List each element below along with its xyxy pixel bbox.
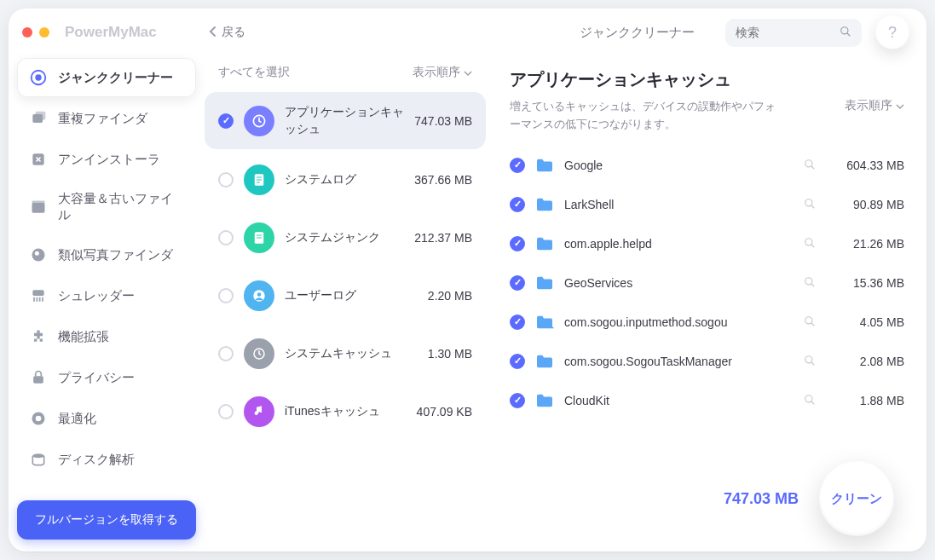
file-size: 2.08 MB xyxy=(828,355,904,368)
svg-point-26 xyxy=(805,355,812,362)
large-old-icon xyxy=(29,198,48,216)
list-item[interactable]: com.apple.helpd 21.26 MB xyxy=(503,224,911,263)
checkbox-icon[interactable] xyxy=(510,236,525,251)
category-label: システムジャンク xyxy=(285,229,404,246)
folder-icon xyxy=(535,158,554,173)
reveal-icon[interactable] xyxy=(804,315,817,329)
category-item[interactable]: ユーザーログ 2.20 MB xyxy=(205,268,486,323)
clean-button[interactable]: クリーン xyxy=(819,461,894,536)
back-label: 戻る xyxy=(222,25,245,40)
sidebar-item-extensions[interactable]: 機能拡張 xyxy=(17,317,196,356)
list-item[interactable]: Google 604.33 MB xyxy=(503,146,911,185)
main-area: 戻る ジャンククリーナー ? すべてを選択 表示順序 xyxy=(205,9,926,551)
reveal-icon[interactable] xyxy=(804,198,817,211)
list-item[interactable]: GeoServices 15.36 MB xyxy=(503,263,911,303)
sidebar: PowerMyMac ジャンククリーナー 重複ファインダ アンインストーラ xyxy=(9,9,205,551)
detail-sort-button[interactable]: 表示順序 xyxy=(845,98,904,113)
app-window: PowerMyMac ジャンククリーナー 重複ファインダ アンインストーラ xyxy=(9,9,926,551)
sidebar-item-shredder[interactable]: シュレッダー xyxy=(17,276,196,315)
reveal-icon[interactable] xyxy=(804,394,817,407)
sidebar-item-junk-cleaner[interactable]: ジャンククリーナー xyxy=(17,58,196,97)
search-input[interactable] xyxy=(736,26,833,39)
help-button[interactable]: ? xyxy=(875,15,909,49)
checkbox-icon[interactable] xyxy=(218,230,234,245)
sidebar-item-label: 類似写真ファインダ xyxy=(58,247,173,263)
reveal-icon[interactable] xyxy=(804,355,817,368)
svg-rect-5 xyxy=(32,203,44,213)
sidebar-item-label: アンインストーラ xyxy=(58,152,160,168)
list-item[interactable]: LarkShell 90.89 MB xyxy=(503,185,911,224)
reveal-icon[interactable] xyxy=(804,237,817,251)
topbar: 戻る ジャンククリーナー ? xyxy=(205,9,926,56)
uninstaller-icon xyxy=(29,150,48,169)
sidebar-item-uninstaller[interactable]: アンインストーラ xyxy=(17,140,196,179)
file-name: GeoServices xyxy=(564,276,794,290)
category-size: 747.03 MB xyxy=(414,114,472,128)
file-name: com.apple.helpd xyxy=(564,237,794,251)
close-window-icon[interactable] xyxy=(22,27,32,38)
checkbox-icon[interactable] xyxy=(218,288,234,303)
checkbox-icon[interactable] xyxy=(218,172,234,188)
file-size: 15.36 MB xyxy=(828,276,904,290)
duplicate-icon xyxy=(29,109,48,128)
category-label: iTunesキャッシュ xyxy=(285,403,407,420)
svg-point-1 xyxy=(35,74,41,80)
category-item[interactable]: iTunesキャッシュ 407.09 KB xyxy=(205,384,486,439)
list-item[interactable]: CloudKit 1.88 MB xyxy=(503,381,911,420)
minimize-window-icon[interactable] xyxy=(39,27,49,38)
sidebar-item-privacy[interactable]: プライバシー xyxy=(17,358,196,397)
category-column: すべてを選択 表示順序 アプリケーションキャッシュ 747.03 MB xyxy=(205,56,486,551)
list-item[interactable]: com.sogou.SogouTaskManager 2.08 MB xyxy=(503,342,911,381)
category-item[interactable]: システムキャッシュ 1.30 MB xyxy=(205,326,486,381)
full-version-button[interactable]: フルバージョンを取得する xyxy=(17,500,196,540)
footer: 747.03 MB クリーン xyxy=(503,446,911,551)
checkbox-icon[interactable] xyxy=(218,346,234,361)
checkbox-icon[interactable] xyxy=(510,393,525,408)
sidebar-item-label: ジャンククリーナー xyxy=(58,70,173,86)
category-item[interactable]: システムジャンク 212.37 MB xyxy=(205,211,486,265)
reveal-icon[interactable] xyxy=(804,159,817,172)
sort-button[interactable]: 表示順序 xyxy=(413,65,472,80)
back-button[interactable]: 戻る xyxy=(205,25,245,40)
category-item[interactable]: システムログ 367.66 MB xyxy=(205,153,486,207)
content: すべてを選択 表示順序 アプリケーションキャッシュ 747.03 MB xyxy=(205,56,926,551)
svg-point-21 xyxy=(805,159,812,166)
sidebar-item-similar-photo[interactable]: 類似写真ファインダ xyxy=(17,235,196,274)
checkbox-icon[interactable] xyxy=(510,197,525,212)
category-item[interactable]: アプリケーションキャッシュ 747.03 MB xyxy=(205,92,486,149)
sort-label: 表示順序 xyxy=(413,65,460,80)
itunes-cache-icon xyxy=(244,396,274,427)
similar-photo-icon xyxy=(29,245,48,264)
checkbox-icon[interactable] xyxy=(510,158,525,173)
file-list: Google 604.33 MB LarkShell 90.89 MB xyxy=(503,141,911,425)
checkbox-icon[interactable] xyxy=(510,275,525,291)
search-icon xyxy=(840,26,851,40)
checkbox-icon[interactable] xyxy=(510,354,525,369)
category-size: 407.09 KB xyxy=(417,405,472,419)
checkbox-icon[interactable] xyxy=(218,404,234,419)
chevron-left-icon xyxy=(208,26,216,40)
file-name: LarkShell xyxy=(564,198,794,211)
category-size: 1.30 MB xyxy=(428,347,472,361)
brand-title: PowerMyMac xyxy=(65,24,157,41)
total-size: 747.03 MB xyxy=(724,490,799,508)
folder-icon xyxy=(535,354,554,369)
list-item[interactable]: com.sogou.inputmethod.sogou 4.05 MB xyxy=(503,303,911,342)
sidebar-item-disk[interactable]: ディスク解析 xyxy=(17,440,196,479)
sidebar-item-optimize[interactable]: 最適化 xyxy=(17,399,196,438)
optimize-icon xyxy=(29,409,48,428)
category-size: 212.37 MB xyxy=(414,231,472,245)
system-cache-icon xyxy=(244,338,274,369)
checkbox-icon[interactable] xyxy=(218,113,234,129)
checkbox-icon[interactable] xyxy=(510,315,525,330)
folder-icon xyxy=(535,275,554,291)
sidebar-item-large-old[interactable]: 大容量＆古いファイル xyxy=(17,181,196,234)
select-all-button[interactable]: すべてを選択 xyxy=(218,65,290,80)
svg-point-12 xyxy=(36,416,42,422)
reveal-icon[interactable] xyxy=(804,276,817,290)
detail-header: アプリケーションキャッシュ 増えているキャッシュは、デバイスの誤動作やパフォーマ… xyxy=(503,56,911,141)
sidebar-item-duplicate[interactable]: 重複ファインダ xyxy=(17,99,196,138)
category-label: システムキャッシュ xyxy=(285,345,418,362)
category-label: ユーザーログ xyxy=(285,287,418,304)
search-box[interactable] xyxy=(725,19,862,47)
